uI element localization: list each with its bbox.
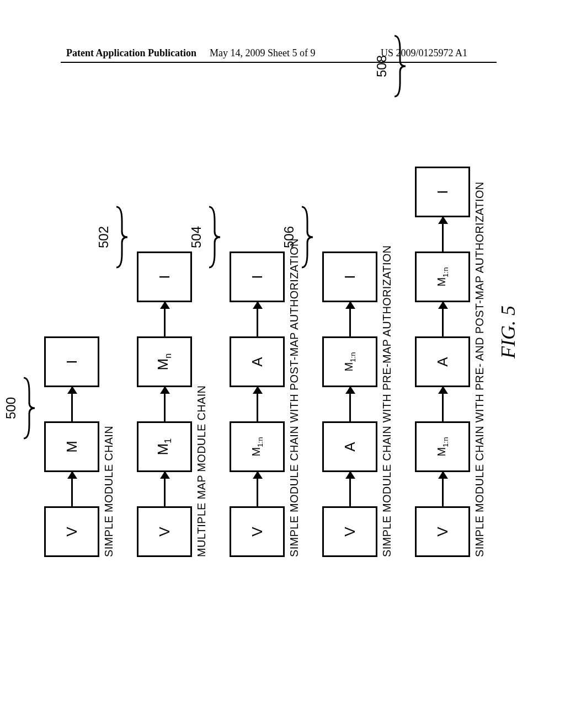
arrow-icon (442, 387, 444, 421)
chain-caption: SIMPLE MODULE CHAIN WITH POST-MAP AUTHOR… (288, 238, 301, 557)
node-label: I (434, 190, 451, 194)
node-v: V (322, 506, 377, 557)
chain-row: V M1:n A I (230, 238, 285, 557)
chain-row: V A M1:n I (322, 245, 377, 557)
arrow-icon (164, 302, 166, 336)
figure-label: FIG. 5 (497, 306, 520, 358)
node-v: V (137, 506, 192, 557)
node-m: M (44, 421, 99, 472)
brace-icon (206, 204, 222, 270)
subscript: 1:n (441, 437, 450, 447)
subscript: 1:n (441, 267, 450, 277)
header-rule (61, 62, 497, 63)
arrow-icon (349, 302, 351, 336)
node-label: V (249, 527, 266, 536)
node-a: A (415, 336, 470, 387)
node-label: M1:n (435, 267, 450, 287)
arrow-icon (71, 472, 73, 506)
brace-icon (392, 33, 407, 99)
node-m1n: M1:n (415, 421, 470, 472)
node-label: M1:n (435, 437, 450, 457)
node-label: M1:n (250, 437, 264, 457)
node-a: A (230, 336, 285, 387)
subscript: 1:n (349, 352, 357, 362)
node-v: V (44, 506, 99, 557)
node-label: I (249, 275, 266, 279)
chain-500: V M I SIMPLE MODULE CHAIN (44, 336, 115, 557)
arrow-icon (442, 472, 444, 506)
node-v: V (415, 506, 470, 557)
brace-502: 502 (96, 204, 129, 270)
header-left: Patent Application Publication (66, 47, 196, 59)
node-label: V (63, 527, 81, 536)
node-label: I (156, 275, 173, 279)
brace-504: 504 (189, 204, 222, 270)
chain-508: V M1:n A M1:n I SIMPLE MODULE CHAIN WITH… (415, 167, 486, 557)
header-center: May 14, 2009 Sheet 5 of 9 (210, 47, 315, 59)
node-label: V (156, 527, 173, 536)
ref-number: 506 (281, 226, 297, 248)
node-m1n: M1:n (415, 251, 470, 302)
chain-row: V M1:n A M1:n I (415, 167, 470, 557)
node-label: M (63, 441, 81, 453)
chain-506: V A M1:n I SIMPLE MODULE CHAIN WITH PRE-… (322, 245, 393, 557)
node-label: M1:n (343, 352, 357, 372)
node-label: I (342, 275, 359, 279)
chain-504: V M1:n A I SIMPLE MODULE CHAIN WITH POST… (230, 238, 301, 557)
node-i: I (44, 336, 99, 387)
node-mn: Mn (137, 336, 192, 387)
node-label: A (342, 442, 359, 451)
arrow-icon (257, 302, 258, 336)
node-label: V (342, 527, 359, 536)
arrow-icon (349, 472, 351, 506)
node-m1n: M1:n (322, 336, 377, 387)
node-m1: M1 (137, 421, 192, 472)
chain-caption: SIMPLE MODULE CHAIN WITH PRE-MAP AUTHORI… (381, 245, 393, 557)
ref-number: 508 (374, 55, 390, 77)
ref-number: 504 (189, 226, 204, 248)
arrow-icon (442, 217, 444, 251)
ref-number: 500 (3, 397, 19, 419)
chain-caption: SIMPLE MODULE CHAIN WITH PRE- AND POST-M… (473, 167, 486, 557)
brace-icon (21, 375, 36, 441)
node-i: I (415, 167, 470, 217)
chain-caption: SIMPLE MODULE CHAIN (103, 336, 115, 557)
figure-5: V M I SIMPLE MODULE CHAIN V M1 Mn I MULT… (39, 182, 524, 557)
node-label: I (63, 360, 81, 363)
node-label: A (434, 357, 451, 366)
arrow-icon (257, 387, 258, 421)
chain-502: V M1 Mn I MULTIPLE MAP MODULE CHAIN (137, 251, 208, 557)
subscript: 1:n (256, 437, 264, 447)
arrow-icon (71, 387, 73, 421)
node-label: A (249, 357, 266, 366)
arrow-icon (164, 387, 166, 421)
node-v: V (230, 506, 285, 557)
ref-number: 502 (96, 226, 111, 248)
node-i: I (137, 251, 192, 302)
arrow-icon (164, 472, 166, 506)
brace-icon (114, 204, 129, 270)
node-label: Mn (154, 353, 174, 370)
arrow-icon (257, 472, 258, 506)
brace-506: 506 (281, 204, 315, 270)
chain-row: V M1 Mn I (137, 251, 192, 557)
node-label: M1 (154, 438, 174, 455)
node-a: A (322, 421, 377, 472)
node-i: I (322, 251, 377, 302)
brace-icon (299, 204, 315, 270)
chain-caption: MULTIPLE MAP MODULE CHAIN (195, 251, 208, 557)
subscript: n (163, 353, 174, 358)
subscript: 1 (163, 438, 174, 443)
arrow-icon (442, 302, 444, 336)
node-m1n: M1:n (230, 421, 285, 472)
brace-500: 500 (3, 375, 36, 441)
node-label: V (434, 527, 451, 536)
node-i: I (230, 251, 285, 302)
brace-508: 508 (374, 33, 407, 99)
arrow-icon (349, 387, 351, 421)
chain-row: V M I (44, 336, 99, 557)
